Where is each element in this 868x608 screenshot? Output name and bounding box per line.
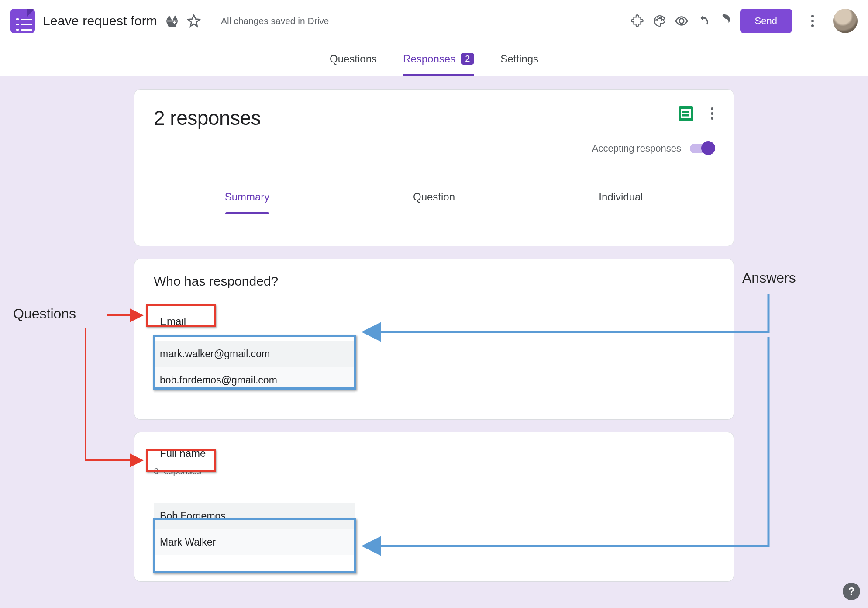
fullname-response-count: 6 responses: [154, 466, 714, 477]
tab-responses-label: Responses: [403, 53, 455, 65]
document-title[interactable]: Leave request form: [43, 14, 157, 28]
annotation-bluebox-names: [153, 518, 356, 573]
undo-icon[interactable]: [696, 14, 710, 28]
responses-subtabs: Summary Question Individual: [154, 182, 714, 214]
accepting-responses: Accepting responses: [592, 143, 714, 154]
annotation-questions-label: Questions: [13, 306, 76, 322]
subtab-question[interactable]: Question: [341, 182, 527, 214]
page-content: 2 responses Accepting responses Summary …: [0, 76, 868, 599]
responses-more-icon[interactable]: [706, 107, 719, 120]
move-to-drive-icon[interactable]: [165, 14, 179, 28]
help-button[interactable]: ?: [843, 583, 860, 600]
tab-responses[interactable]: Responses 2: [403, 42, 474, 76]
who-responded-title: Who has responded?: [134, 259, 734, 302]
account-avatar[interactable]: [833, 9, 858, 33]
accepting-responses-label: Accepting responses: [592, 143, 681, 154]
forms-app-icon[interactable]: [10, 9, 35, 33]
annotation-redbox-fullname: [146, 449, 216, 472]
preview-icon[interactable]: [675, 14, 689, 28]
send-button[interactable]: Send: [740, 9, 792, 33]
subtab-individual[interactable]: Individual: [527, 182, 714, 214]
tab-questions[interactable]: Questions: [330, 42, 377, 76]
tab-settings[interactable]: Settings: [500, 42, 538, 76]
annotation-redbox-email: [146, 304, 216, 327]
theme-icon[interactable]: [653, 14, 667, 28]
responses-count-badge: 2: [461, 53, 474, 65]
responses-header-card: 2 responses Accepting responses Summary …: [134, 89, 734, 246]
more-options-icon[interactable]: [806, 14, 819, 28]
subtab-summary[interactable]: Summary: [154, 182, 341, 214]
app-header: Leave request form All changes saved in …: [0, 0, 868, 42]
star-icon[interactable]: [187, 14, 201, 28]
addons-icon[interactable]: [631, 14, 645, 28]
redo-icon[interactable]: [718, 14, 732, 28]
accepting-responses-toggle[interactable]: [690, 144, 714, 153]
main-tabs: Questions Responses 2 Settings: [0, 42, 868, 76]
annotation-bluebox-emails: [153, 335, 356, 390]
save-status: All changes saved in Drive: [221, 16, 329, 26]
open-in-sheets-icon[interactable]: [679, 106, 693, 121]
annotation-answers-label: Answers: [742, 270, 796, 286]
responses-title: 2 responses: [154, 106, 714, 130]
